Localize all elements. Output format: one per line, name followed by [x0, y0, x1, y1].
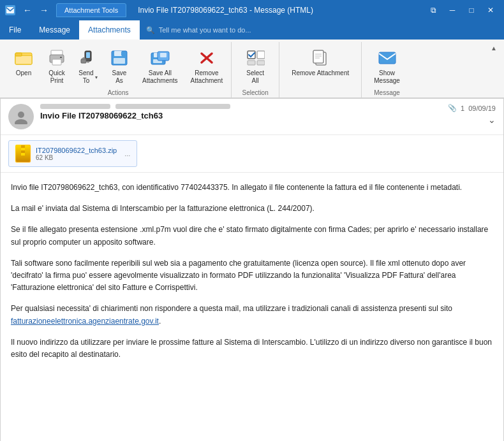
menu-bar: File Message Attachments 🔍 Tell me what … [0, 20, 504, 40]
minimize-button[interactable]: ─ [444, 4, 461, 17]
save-as-icon [109, 48, 130, 68]
quick-print-button[interactable]: QuickPrint [41, 45, 73, 88]
save-as-label: SaveAs [112, 69, 127, 85]
select-all-button[interactable]: SelectAll [239, 45, 271, 88]
attachment-area: IT20798069622_tch63.zip 62 KB ... [1, 135, 503, 173]
maximize-button[interactable]: □ [463, 4, 480, 17]
open-icon [13, 48, 34, 68]
quick-print-icon [47, 48, 67, 68]
zip-icon [15, 145, 31, 163]
ribbon-group-selection: SelectAll Selection [232, 42, 279, 98]
copy-icon [310, 48, 330, 68]
copy-label: Remove Attachment [292, 69, 349, 77]
svg-rect-25 [248, 61, 255, 65]
ribbon-collapse-button[interactable]: ▲ [489, 45, 499, 52]
svg-rect-3 [15, 53, 22, 56]
ribbon-actions-buttons: Open QuickPrint [8, 42, 228, 88]
restore-button[interactable]: ⧉ [425, 4, 441, 17]
close-button[interactable]: ✕ [482, 4, 499, 17]
sender-name-bar [40, 104, 110, 109]
save-all-attachments-button[interactable]: Save AllAttachments [137, 45, 184, 88]
send-to-chevron: ▾ [95, 75, 98, 80]
ribbon-message-buttons: ShowMessage [368, 42, 406, 88]
remove-attachment-icon [196, 48, 217, 68]
svg-rect-40 [21, 153, 25, 155]
body-paragraph-5: Per qualsiasi necessita' di chiarimenti … [11, 303, 493, 327]
email-sender-info: Invio File IT20798069622_tch63 [40, 104, 448, 120]
actions-group-label: Actions [108, 88, 129, 98]
body-paragraph-1: Invio file IT20798069622_tch63, con iden… [11, 182, 493, 194]
attachment-more-indicator: ... [124, 150, 130, 157]
ribbon: Open QuickPrint [0, 40, 504, 98]
nav-controls: ← → [20, 4, 51, 17]
paperclip-icon: 📎 [448, 104, 457, 112]
svg-rect-32 [379, 52, 396, 64]
quick-print-label: QuickPrint [48, 69, 65, 85]
email-date: 09/09/19 [468, 105, 496, 112]
ribbon-group-copy: Remove Attachment [279, 42, 362, 98]
remove-attachment-button[interactable]: RemoveAttachment [185, 45, 229, 88]
svg-rect-11 [81, 59, 86, 63]
ribbon-selection-buttons: SelectAll [239, 42, 271, 88]
copy-group-label [320, 88, 322, 98]
menu-message[interactable]: Message [30, 20, 79, 40]
email-container: Invio File IT20798069622_tch63 📎 1 09/09… [0, 98, 504, 441]
email-subject: Invio File IT20798069622_tch63 [40, 111, 448, 120]
attachment-name: IT20798069622_tch63.zip [36, 147, 117, 154]
message-group-label: Message [374, 88, 400, 98]
send-to-label: SendTo [78, 69, 93, 85]
svg-rect-0 [6, 7, 14, 13]
svg-rect-14 [114, 58, 125, 64]
nav-forward-button[interactable]: → [37, 4, 51, 17]
save-all-attachments-label: Save AllAttachments [142, 69, 178, 85]
svg-rect-2 [15, 55, 32, 64]
nav-back-button[interactable]: ← [20, 4, 34, 17]
email-header-right: 📎 1 09/09/19 ⌄ [448, 104, 496, 125]
menu-attachments[interactable]: Attachments [79, 20, 140, 40]
save-as-button[interactable]: SaveAs [103, 45, 135, 88]
svg-rect-20 [160, 53, 167, 57]
svg-rect-7 [60, 57, 62, 58]
ribbon-group-message: ShowMessage Message [362, 42, 412, 98]
svg-point-10 [87, 61, 89, 63]
window-title: Invio File IT20798069622_tch63 - Message… [131, 6, 313, 15]
email-body: Invio file IT20798069622_tch63, con iden… [1, 173, 503, 379]
svg-point-34 [15, 119, 27, 124]
remove-attachment-label: RemoveAttachment [191, 69, 223, 85]
menu-file[interactable]: File [0, 20, 30, 40]
search-icon: 🔍 [146, 26, 155, 34]
show-message-icon [377, 48, 397, 68]
svg-rect-38 [21, 148, 25, 150]
sender-line [40, 104, 448, 109]
svg-rect-37 [21, 145, 25, 148]
selection-group-label: Selection [242, 88, 269, 98]
select-all-label: SelectAll [246, 69, 264, 85]
email-meta: 📎 1 09/09/19 [448, 104, 496, 112]
open-label: Open [16, 69, 31, 77]
avatar [8, 104, 34, 129]
expand-email-button[interactable]: ⌄ [488, 115, 496, 125]
svg-rect-39 [21, 150, 25, 153]
app-icon [5, 5, 15, 15]
send-to-button[interactable]: SendTo ▾ [74, 45, 102, 88]
ribbon-copy-buttons: Remove Attachment [286, 42, 355, 88]
copy-button[interactable]: Remove Attachment [286, 45, 355, 80]
menu-search[interactable]: 🔍 Tell me what you want to do... [140, 20, 258, 40]
attachment-item[interactable]: IT20798069622_tch63.zip 62 KB ... [8, 140, 137, 167]
body-paragraph-2: La mail e' inviata dal Sistema di Inters… [11, 203, 493, 215]
attachment-count: 1 [461, 105, 464, 112]
sender-email-bar [115, 104, 230, 109]
site-link[interactable]: fatturazioneelettronica.agenziaentrate.g… [11, 317, 159, 326]
show-message-button[interactable]: ShowMessage [368, 45, 406, 88]
attachment-size: 62 KB [36, 154, 117, 161]
body-paragraph-3: Se il file allegato presenta estensione … [11, 224, 493, 248]
svg-rect-9 [86, 52, 90, 58]
svg-rect-28 [313, 50, 323, 63]
attachment-details: IT20798069622_tch63.zip 62 KB [36, 147, 117, 161]
email-header: Invio File IT20798069622_tch63 📎 1 09/09… [1, 99, 503, 135]
open-button[interactable]: Open [8, 45, 40, 80]
svg-rect-6 [52, 59, 61, 65]
attachment-tools-tab[interactable]: Attachment Tools [56, 3, 126, 17]
window-controls: ⧉ ─ □ ✕ [425, 4, 499, 17]
svg-rect-13 [114, 51, 122, 56]
